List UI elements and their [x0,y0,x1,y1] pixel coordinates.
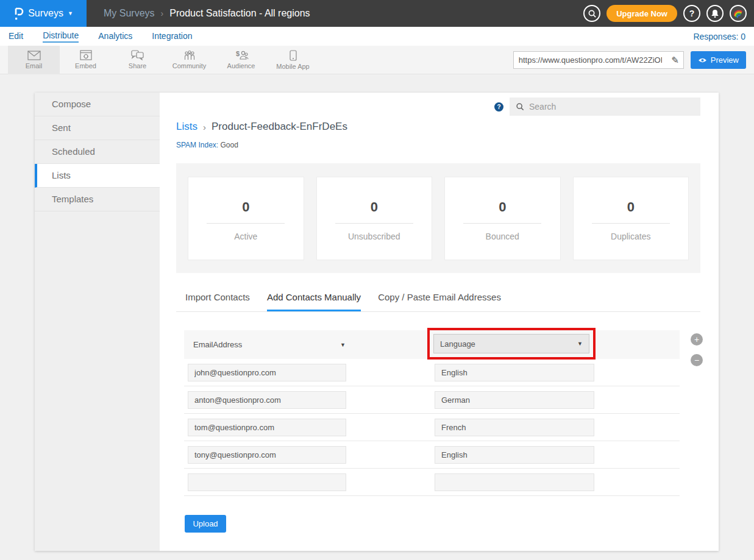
avatar[interactable] [730,5,747,22]
survey-url-input[interactable] [514,55,667,65]
preview-button[interactable]: Preview [691,51,746,69]
nav-analytics[interactable]: Analytics [98,31,132,42]
channel-tabs: Email Embed Share Community $ Audience [8,46,319,74]
sidebar-item-lists[interactable]: Lists [35,164,160,188]
tab-copy-paste-email-addresses[interactable]: Copy / Paste Email Addresses [378,292,501,311]
breadcrumb-separator: › [161,9,164,18]
content-top-bar: ? [176,97,700,116]
sidebar-item-templates[interactable]: Templates [35,188,160,211]
upgrade-now-button[interactable]: Upgrade Now [606,5,677,22]
channel-audience[interactable]: $ Audience [215,46,267,74]
stat-card-bounced: 0 Bounced [444,177,561,260]
row-controls: + − [691,333,703,366]
contact-row [184,386,680,414]
email-lists-card: Compose Sent Scheduled Lists Templates ?… [35,93,719,551]
page-body: Compose Sent Scheduled Lists Templates ?… [0,74,754,560]
nav-distribute[interactable]: Distribute [43,30,79,43]
sidebar-item-compose[interactable]: Compose [35,93,160,116]
list-stats-panel: 0 Active 0 Unsubscribed 0 Bounced 0 [176,163,700,273]
notifications-bell-icon[interactable] [706,5,724,22]
audience-icon: $ [234,50,249,60]
sidebar-item-sent[interactable]: Sent [35,116,160,140]
svg-text:$: $ [236,50,240,57]
chevron-down-icon: ▼ [68,10,73,16]
community-icon [183,50,196,60]
topbar: Surveys ▼ My Surveys › Product Satisfact… [0,0,754,27]
channel-share[interactable]: Share [112,46,163,74]
product-name: Surveys [28,8,63,19]
stat-card-active: 0 Active [188,177,304,260]
list-name: Product-Feedback-EnFrDeEs [212,121,347,133]
survey-nav: Edit Distribute Analytics Integration Re… [0,27,754,46]
page-title: Product Satisfaction - All regions [169,8,310,19]
remove-row-button[interactable]: − [691,354,703,366]
embed-icon [80,50,92,60]
add-row-button[interactable]: + [691,333,703,346]
contacts-tabs: Import Contacts Add Contacts Manually Co… [176,292,700,312]
contact-row [184,441,680,469]
upload-button[interactable]: Upload [185,515,226,533]
stat-card-duplicates: 0 Duplicates [573,177,689,260]
breadcrumb-lists-link[interactable]: Lists [176,121,197,133]
eye-icon [698,57,707,63]
share-icon [131,50,144,60]
nav-integration[interactable]: Integration [152,31,192,42]
tab-import-contacts[interactable]: Import Contacts [185,292,250,311]
mobile-app-icon [290,50,297,61]
search-icon[interactable] [583,5,600,22]
list-search-box [510,97,700,116]
lists-content: ? Lists › Product-Feedback-EnFrDeEs SPAM… [160,93,719,551]
channel-embed[interactable]: Embed [60,46,112,74]
questionpro-logo-icon [13,6,24,21]
email-field[interactable] [188,446,346,464]
distribute-toolbar: Email Embed Share Community $ Audience [0,46,754,74]
stat-card-unsubscribed: 0 Unsubscribed [316,177,433,260]
email-field[interactable] [188,391,346,409]
email-field[interactable] [188,473,346,491]
responses-count: Responses: 0 [693,32,745,41]
list-breadcrumb: Lists › Product-Feedback-EnFrDeEs [176,121,700,133]
tab-add-contacts-manually[interactable]: Add Contacts Manually [267,292,361,311]
language-column-select[interactable]: Language ▼ [433,334,589,353]
spam-index: SPAM Index: Good [176,141,700,150]
contact-row [184,469,680,496]
contact-row [184,359,680,386]
language-field[interactable] [435,391,594,409]
breadcrumb: My Surveys › Product Satisfaction - All … [104,8,310,19]
edit-pencil-icon[interactable]: ✎ [667,55,683,66]
email-sidebar: Compose Sent Scheduled Lists Templates [35,93,160,551]
survey-url-field: ✎ [513,51,684,69]
email-field[interactable] [188,364,346,381]
email-address-column-select[interactable]: EmailAddress ▼ [193,340,346,349]
help-icon[interactable]: ? [683,5,700,22]
email-field[interactable] [188,419,346,436]
channel-mobile-app[interactable]: Mobile App [267,46,319,74]
contacts-table: EmailAddress ▼ Language ▼ [184,330,680,496]
help-question-icon[interactable]: ? [494,102,503,112]
breadcrumb-separator: › [203,122,206,132]
survey-link-area: ✎ Preview [513,51,746,69]
chevron-down-icon: ▼ [577,341,583,347]
chevron-down-icon: ▼ [340,342,346,348]
channel-community[interactable]: Community [163,46,215,74]
language-field[interactable] [435,473,594,491]
language-field[interactable] [435,419,594,436]
nav-edit[interactable]: Edit [9,31,23,42]
breadcrumb-my-surveys[interactable]: My Surveys [104,8,155,19]
channel-email[interactable]: Email [8,46,60,74]
language-field[interactable] [435,364,594,381]
topbar-actions: Upgrade Now ? [583,5,747,22]
contact-row [184,414,680,441]
magnifier-icon [516,102,524,111]
email-icon [27,51,41,60]
app-switcher[interactable]: Surveys ▼ [0,0,87,27]
search-input[interactable] [529,102,694,112]
contacts-table-header: EmailAddress ▼ Language ▼ [184,330,680,359]
language-field[interactable] [435,446,594,464]
red-highlight-box: Language ▼ [427,328,596,360]
sidebar-item-scheduled[interactable]: Scheduled [35,140,160,164]
